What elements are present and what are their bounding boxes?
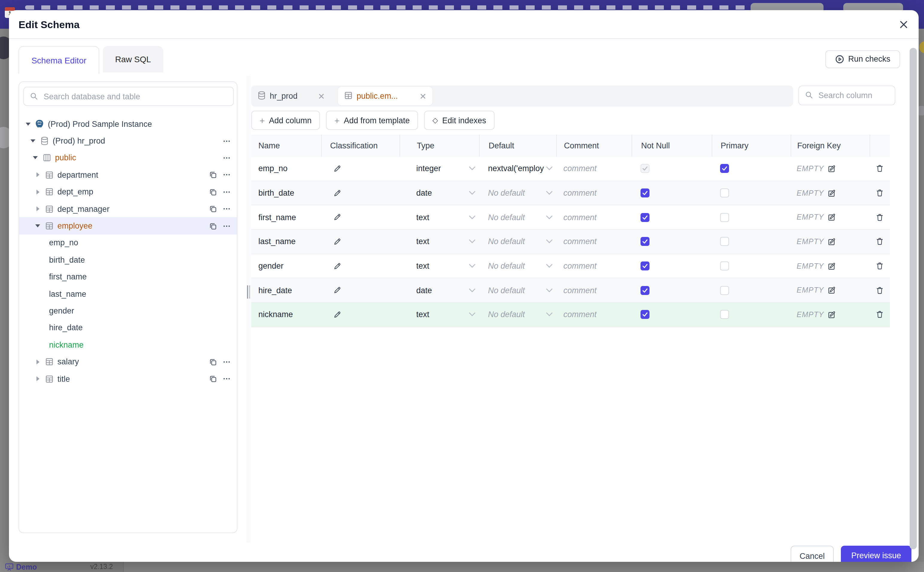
tab-schema-editor[interactable]: Schema Editor	[19, 46, 99, 74]
preview-issue-button[interactable]: Preview issue	[841, 546, 912, 562]
more-menu-icon[interactable]	[222, 205, 231, 213]
tree-item-department[interactable]: department	[19, 166, 237, 183]
default-select[interactable]: nextval('employ	[479, 157, 556, 180]
type-select[interactable]: integer	[400, 157, 479, 180]
edit-fk-icon[interactable]	[828, 262, 836, 270]
checkbox-unchecked[interactable]	[720, 310, 729, 319]
pencil-icon[interactable]	[333, 165, 341, 173]
checkbox-unchecked[interactable]	[720, 213, 729, 222]
column-search-input[interactable]	[817, 90, 888, 100]
type-select[interactable]: text	[400, 303, 479, 326]
caret-down-icon[interactable]	[35, 224, 41, 227]
pencil-icon[interactable]	[333, 311, 341, 319]
trash-icon[interactable]	[876, 286, 884, 295]
column-name-cell[interactable]: last_name	[251, 230, 321, 253]
checkbox-checked[interactable]	[640, 188, 650, 197]
tree-item-dept_manager[interactable]: dept_manager	[19, 201, 237, 218]
tree-item-emp_no[interactable]: emp_no	[19, 234, 237, 251]
more-menu-icon[interactable]	[222, 358, 231, 366]
add-column-button[interactable]: + Add column	[251, 111, 320, 130]
default-select[interactable]: No default	[479, 230, 556, 253]
checkbox-unchecked[interactable]	[720, 237, 729, 246]
checkbox-checked[interactable]	[640, 213, 650, 222]
column-name-cell[interactable]: nickname	[251, 303, 321, 326]
copy-icon[interactable]	[209, 358, 217, 366]
comment-input[interactable]: comment	[556, 157, 631, 180]
default-select[interactable]: No default	[479, 254, 556, 278]
close-icon[interactable]: ✕	[420, 91, 426, 101]
trash-icon[interactable]	[876, 188, 884, 197]
pencil-icon[interactable]	[333, 238, 341, 246]
caret-down-icon[interactable]	[30, 140, 36, 142]
comment-input[interactable]: comment	[556, 181, 631, 205]
default-select[interactable]: No default	[479, 278, 556, 302]
copy-icon[interactable]	[209, 222, 217, 230]
demo-link[interactable]: Demo	[5, 563, 37, 571]
caret-right-icon[interactable]	[35, 359, 41, 364]
edit-fk-icon[interactable]	[828, 286, 836, 295]
caret-right-icon[interactable]	[35, 173, 41, 177]
type-select[interactable]: text	[400, 230, 479, 253]
column-name-cell[interactable]: birth_date	[251, 181, 321, 205]
checkbox-unchecked[interactable]	[720, 261, 729, 270]
checkbox-unchecked[interactable]	[720, 188, 729, 197]
run-checks-button[interactable]: Run checks	[825, 50, 900, 68]
trash-icon[interactable]	[876, 164, 884, 173]
add-from-template-button[interactable]: + Add from template	[326, 111, 418, 130]
checkbox-checked[interactable]	[720, 164, 729, 173]
more-menu-icon[interactable]	[222, 137, 231, 145]
pencil-icon[interactable]	[333, 213, 341, 221]
comment-input[interactable]: comment	[556, 230, 631, 253]
comment-input[interactable]: comment	[556, 254, 631, 278]
caret-right-icon[interactable]	[35, 207, 41, 211]
edit-fk-icon[interactable]	[828, 213, 836, 221]
tree-item-hire_date[interactable]: hire_date	[19, 319, 237, 336]
default-select[interactable]: No default	[479, 205, 556, 229]
more-menu-icon[interactable]	[222, 171, 231, 179]
comment-input[interactable]: comment	[556, 303, 631, 326]
caret-down-icon[interactable]	[32, 157, 38, 159]
column-name-cell[interactable]: hire_date	[251, 278, 321, 302]
checkbox-checked[interactable]	[640, 237, 650, 246]
tree-item-first_name[interactable]: first_name	[19, 268, 237, 285]
comment-input[interactable]: comment	[556, 278, 631, 302]
tree-item-salary[interactable]: salary	[19, 353, 237, 370]
tab-chip-hr-prod[interactable]: hr_prod ✕	[251, 85, 331, 107]
tree-item-title[interactable]: title	[19, 370, 237, 387]
checkbox-unchecked[interactable]	[720, 286, 729, 295]
checkbox-checked[interactable]	[640, 286, 650, 295]
copy-icon[interactable]	[209, 171, 217, 179]
tree-search[interactable]	[23, 87, 234, 106]
panel-resizer[interactable]	[247, 76, 251, 542]
more-menu-icon[interactable]	[222, 154, 231, 162]
tree-item-gender[interactable]: gender	[19, 302, 237, 320]
column-name-cell[interactable]: gender	[251, 254, 321, 278]
checkbox-checked[interactable]	[640, 310, 650, 319]
edit-fk-icon[interactable]	[828, 311, 836, 319]
resize-handle-icon[interactable]	[247, 285, 250, 298]
edit-fk-icon[interactable]	[828, 238, 836, 246]
pencil-icon[interactable]	[333, 189, 341, 197]
type-select[interactable]: text	[400, 254, 479, 278]
copy-icon[interactable]	[209, 375, 217, 383]
comment-input[interactable]: comment	[556, 205, 631, 229]
copy-icon[interactable]	[209, 205, 217, 213]
edit-fk-icon[interactable]	[828, 189, 836, 197]
tree-item-nickname[interactable]: nickname	[19, 336, 237, 353]
tab-chip-public-employee[interactable]: public.em... ✕	[338, 87, 433, 105]
tree-item-birth_date[interactable]: birth_date	[19, 251, 237, 268]
trash-icon[interactable]	[876, 261, 884, 270]
edit-indexes-button[interactable]: ◇ Edit indexes	[424, 111, 495, 130]
column-name-cell[interactable]: emp_no	[251, 157, 321, 180]
pencil-icon[interactable]	[333, 262, 341, 270]
caret-right-icon[interactable]	[35, 376, 41, 381]
type-select[interactable]: text	[400, 205, 479, 229]
caret-down-icon[interactable]	[25, 122, 31, 125]
tree-item-employee[interactable]: employee	[19, 218, 237, 235]
more-menu-icon[interactable]	[222, 375, 231, 383]
more-menu-icon[interactable]	[222, 222, 231, 230]
close-icon[interactable]: ✕	[318, 91, 325, 101]
tree-search-input[interactable]	[42, 91, 227, 101]
default-select[interactable]: No default	[479, 303, 556, 326]
pencil-icon[interactable]	[333, 286, 341, 295]
